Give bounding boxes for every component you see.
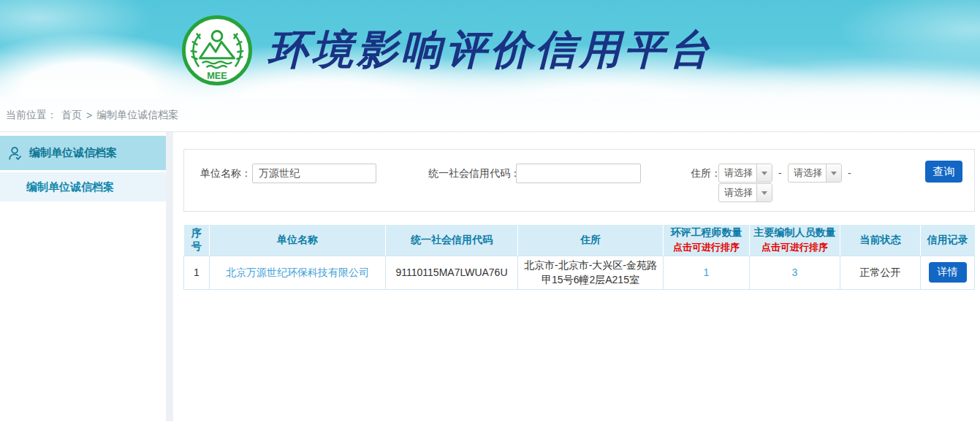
breadcrumb-current: 编制单位诚信档案 [96,109,178,122]
city-select[interactable]: 请选择 [788,164,842,183]
address-dash-1: - [778,164,782,183]
cell-address: 北京市-北京市-大兴区-金苑路甲15号6幢2层A215室 [518,256,664,290]
col-seq: 序号 [184,225,210,256]
table-row: 1 北京万源世纪环保科技有限公司 91110115MA7LWUA76U 北京市-… [184,256,975,290]
company-name-label: 单位名称： [200,164,251,183]
search-panel: 单位名称： 统一社会信用代码： 住所： 请选择 - 请选择 - 请选择 查询 [183,149,975,212]
sidebar: 编制单位诚信档案 编制单位诚信档案 [0,132,166,421]
city-select-value: 请选择 [789,164,826,182]
col-company: 单位名称 [210,225,386,256]
table-header-row: 序号 单位名称 统一社会信用代码 住所 环评工程师数量 点击可进行排序 主要编制… [184,225,975,256]
col-engineer-count-label: 环评工程师数量 [671,226,742,238]
credit-code-label: 统一社会信用代码： [428,164,520,183]
sort-hint[interactable]: 点击可进行排序 [753,241,837,254]
query-button[interactable]: 查询 [925,161,962,183]
col-address: 住所 [518,225,664,256]
main-content: 单位名称： 统一社会信用代码： 住所： 请选择 - 请选择 - 请选择 查询 [173,132,980,421]
breadcrumb-prefix: 当前位置： [6,109,57,122]
staff-count-link[interactable]: 3 [792,266,798,278]
col-engineer-count[interactable]: 环评工程师数量 点击可进行排序 [664,225,750,256]
sidebar-item-label: 编制单位诚信档案 [29,146,117,160]
address-dash-2: - [848,164,851,183]
province-select[interactable]: 请选择 [718,164,772,183]
sidebar-subitem-label: 编制单位诚信档案 [26,180,114,194]
engineer-count-link[interactable]: 1 [704,266,710,278]
page-body: 编制单位诚信档案 编制单位诚信档案 单位名称： 统一社会信用代码： 住所： 请选… [0,132,980,421]
col-staff-count[interactable]: 主要编制人员数量 点击可进行排序 [750,225,840,256]
cell-status: 正常公开 [840,256,921,290]
sidebar-divider [166,132,173,421]
chevron-down-icon[interactable] [756,184,772,202]
sidebar-item-credit-archive[interactable]: 编制单位诚信档案 [0,136,166,170]
company-name-input[interactable] [252,164,376,183]
district-select-value: 请选择 [719,184,756,202]
col-status: 当前状态 [840,225,921,256]
sort-hint[interactable]: 点击可进行排序 [666,241,746,254]
company-link[interactable]: 北京万源世纪环保科技有限公司 [226,266,369,278]
chevron-down-icon[interactable] [756,164,772,182]
credit-code-input[interactable] [516,164,641,183]
breadcrumb-separator: > [86,110,92,121]
svg-text:MEE: MEE [207,70,227,81]
page-title: 环境影响评价信用平台 [267,26,713,73]
breadcrumb: 当前位置： 首页 > 编制单位诚信档案 [0,99,980,132]
cell-credit-code: 91110115MA7LWUA76U [386,256,518,290]
user-check-icon [7,145,23,161]
col-credit-record: 信用记录 [921,225,975,256]
col-staff-count-label: 主要编制人员数量 [754,226,836,238]
district-select[interactable]: 请选择 [718,183,772,202]
results-table: 序号 单位名称 统一社会信用代码 住所 环评工程师数量 点击可进行排序 主要编制… [183,225,975,290]
detail-button[interactable]: 详情 [929,262,967,283]
mee-logo-icon: MEE [181,15,253,86]
address-label: 住所： [691,164,721,183]
cell-seq: 1 [184,256,210,290]
site-header: MEE 环境影响评价信用平台 [0,0,980,99]
col-credit-code: 统一社会信用代码 [386,225,518,256]
breadcrumb-home-link[interactable]: 首页 [61,109,82,122]
province-select-value: 请选择 [719,164,756,182]
sidebar-subitem-credit-archive[interactable]: 编制单位诚信档案 [0,172,166,202]
chevron-down-icon[interactable] [826,164,841,182]
